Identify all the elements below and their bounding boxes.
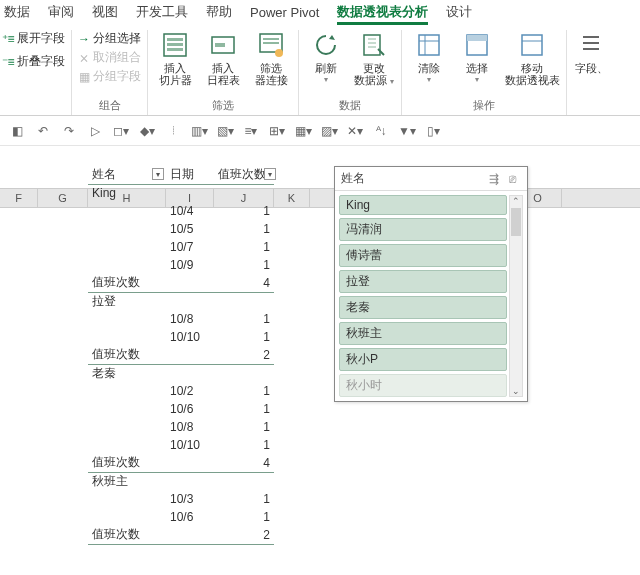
pivot-value-cell[interactable]: 1 — [214, 436, 274, 454]
slicer-item[interactable]: 拉登 — [339, 270, 507, 293]
slicer-item[interactable]: 冯清润 — [339, 218, 507, 241]
qat-fill-icon[interactable]: ▥▾ — [190, 122, 208, 140]
pivot-value-cell[interactable]: 1 — [214, 400, 274, 418]
filter-connections-button[interactable]: 筛选器连接 — [250, 30, 292, 86]
worksheet[interactable]: F G H I J K L M N O 姓名 ▾ 日期 ▾ 值班次数 King1… — [0, 146, 640, 208]
slicer-item[interactable]: 秋班主 — [339, 322, 507, 345]
pivot-date-cell[interactable]: 10/5 — [166, 220, 214, 238]
pivot-value-cell[interactable]: 1 — [214, 310, 274, 328]
expand-field-button[interactable]: ⁺≡ 展开字段 — [2, 30, 65, 47]
group-selection-button[interactable]: → 分组选择 — [78, 30, 141, 47]
insert-slicer-button[interactable]: 插入切片器 — [154, 30, 196, 86]
col-header-G[interactable]: G — [38, 189, 88, 207]
slicer-item[interactable]: 秋小P — [339, 348, 507, 371]
qat-merge-icon[interactable]: ⊞▾ — [268, 122, 286, 140]
qat-undo-icon[interactable]: ↶ — [34, 122, 52, 140]
pivot-date-cell[interactable]: 10/8 — [166, 310, 214, 328]
pivot-subtotal-value[interactable]: 2 — [214, 526, 274, 544]
pivot-date-cell[interactable]: 10/7 — [166, 238, 214, 256]
qat-filter-icon[interactable]: ▼▾ — [398, 122, 416, 140]
slicer-scrollbar[interactable]: ⌃ ⌄ — [509, 195, 523, 397]
filter-dropdown-icon[interactable]: ▾ — [264, 168, 276, 180]
move-pivot-button[interactable]: 移动数据透视表 — [504, 30, 560, 86]
pivot-date-cell[interactable]: 10/4 — [166, 202, 214, 220]
quick-access-toolbar: ◧ ↶ ↷ ▷ ◻▾ ◆▾ ┊ ▥▾ ▧▾ ≡▾ ⊞▾ ▦▾ ▨▾ ✕▾ ᴬ↓ … — [0, 116, 640, 146]
qat-chart-icon[interactable]: ▯▾ — [424, 122, 442, 140]
tab-data[interactable]: 数据 — [4, 3, 30, 21]
pivot-name-cell[interactable]: King — [88, 184, 166, 202]
slicer-item[interactable]: 傅诗蕾 — [339, 244, 507, 267]
slicer-item[interactable]: 秋小时 — [339, 374, 507, 397]
pivot-table[interactable]: 姓名 ▾ 日期 ▾ 值班次数 King10/4110/5110/7110/91值… — [88, 166, 274, 545]
tab-design[interactable]: 设计 — [446, 3, 472, 21]
filter-dropdown-icon[interactable]: ▾ — [152, 168, 164, 180]
tab-powerpivot[interactable]: Power Pivot — [250, 5, 319, 20]
qat-save-icon[interactable]: ◧ — [8, 122, 26, 140]
scroll-thumb[interactable] — [511, 208, 521, 236]
pivot-subtotal-value[interactable]: 2 — [214, 346, 274, 364]
slicer-name[interactable]: 姓名 ⇶ ⎚ King冯清润傅诗蕾拉登老秦秋班主秋小P秋小时 ⌃ ⌄ — [334, 166, 528, 402]
pivot-header-date[interactable]: 日期 ▾ — [166, 166, 214, 184]
change-datasource-button[interactable]: 更改数据源 ▾ — [353, 30, 395, 88]
qat-sort-icon[interactable]: ᴬ↓ — [372, 122, 390, 140]
group-filter-label: 筛选 — [212, 98, 234, 115]
pivot-subtotal-label[interactable]: 值班次数 — [88, 526, 166, 544]
pivot-value-cell[interactable]: 1 — [214, 328, 274, 346]
refresh-button[interactable]: 刷新▾ — [305, 30, 347, 86]
qat-border-icon[interactable]: ▧▾ — [216, 122, 234, 140]
collapse-field-button[interactable]: ⁻≡ 折叠字段 — [2, 53, 65, 70]
qat-image-icon[interactable]: ▨▾ — [320, 122, 338, 140]
scroll-down-icon[interactable]: ⌄ — [512, 386, 520, 396]
pivot-header-name[interactable]: 姓名 ▾ — [88, 166, 166, 184]
clear-button[interactable]: 清除▾ — [408, 30, 450, 86]
pivot-subtotal-label[interactable]: 值班次数 — [88, 274, 166, 292]
pivot-name-cell[interactable]: 拉登 — [88, 292, 166, 310]
tab-developer[interactable]: 开发工具 — [136, 3, 188, 21]
pivot-subtotal-label[interactable]: 值班次数 — [88, 346, 166, 364]
tab-help[interactable]: 帮助 — [206, 3, 232, 21]
pivot-value-cell[interactable]: 1 — [214, 256, 274, 274]
slicer-item[interactable]: 老秦 — [339, 296, 507, 319]
multiselect-icon[interactable]: ⇶ — [485, 172, 503, 186]
qat-table-icon[interactable]: ▦▾ — [294, 122, 312, 140]
col-header-K[interactable]: K — [274, 189, 310, 207]
pivot-name-cell[interactable]: 老秦 — [88, 364, 166, 382]
tab-view[interactable]: 视图 — [92, 3, 118, 21]
scroll-up-icon[interactable]: ⌃ — [512, 196, 520, 206]
pivot-name-cell[interactable]: 秋班主 — [88, 472, 166, 490]
pivot-value-cell[interactable]: 1 — [214, 418, 274, 436]
pivot-value-cell[interactable]: 1 — [214, 202, 274, 220]
select-button[interactable]: 选择▾ — [456, 30, 498, 86]
pivot-date-cell[interactable]: 10/9 — [166, 256, 214, 274]
qat-redo-icon[interactable]: ↷ — [60, 122, 78, 140]
group-field-button[interactable]: ▦ 分组字段 — [78, 68, 141, 85]
pivot-date-cell[interactable]: 10/10 — [166, 436, 214, 454]
pivot-subtotal-value[interactable]: 4 — [214, 454, 274, 472]
pivot-value-cell[interactable]: 1 — [214, 220, 274, 238]
slicer-item[interactable]: King — [339, 195, 507, 215]
tab-review[interactable]: 审阅 — [48, 3, 74, 21]
qat-pointer-icon[interactable]: ▷ — [86, 122, 104, 140]
tab-pivottable-analyze[interactable]: 数据透视表分析 — [337, 3, 428, 21]
pivot-date-cell[interactable]: 10/2 — [166, 382, 214, 400]
insert-timeline-button[interactable]: 插入日程表 — [202, 30, 244, 86]
qat-clear-icon[interactable]: ✕▾ — [346, 122, 364, 140]
fields-button[interactable]: 字段、 — [573, 30, 609, 74]
pivot-date-cell[interactable]: 10/10 — [166, 328, 214, 346]
qat-shape-icon[interactable]: ◻▾ — [112, 122, 130, 140]
pivot-value-cell[interactable]: 1 — [214, 238, 274, 256]
pivot-date-cell[interactable]: 10/3 — [166, 490, 214, 508]
clear-filter-icon[interactable]: ⎚ — [503, 172, 521, 186]
pivot-date-cell[interactable]: 10/6 — [166, 400, 214, 418]
pivot-value-cell[interactable]: 1 — [214, 490, 274, 508]
pivot-subtotal-label[interactable]: 值班次数 — [88, 454, 166, 472]
pivot-value-cell[interactable]: 1 — [214, 508, 274, 526]
pivot-value-cell[interactable]: 1 — [214, 382, 274, 400]
qat-color-icon[interactable]: ◆▾ — [138, 122, 156, 140]
col-header-F[interactable]: F — [0, 189, 38, 207]
pivot-date-cell[interactable]: 10/8 — [166, 418, 214, 436]
ungroup-button[interactable]: ⨯ 取消组合 — [78, 49, 141, 66]
qat-align-icon[interactable]: ≡▾ — [242, 122, 260, 140]
pivot-date-cell[interactable]: 10/6 — [166, 508, 214, 526]
pivot-subtotal-value[interactable]: 4 — [214, 274, 274, 292]
